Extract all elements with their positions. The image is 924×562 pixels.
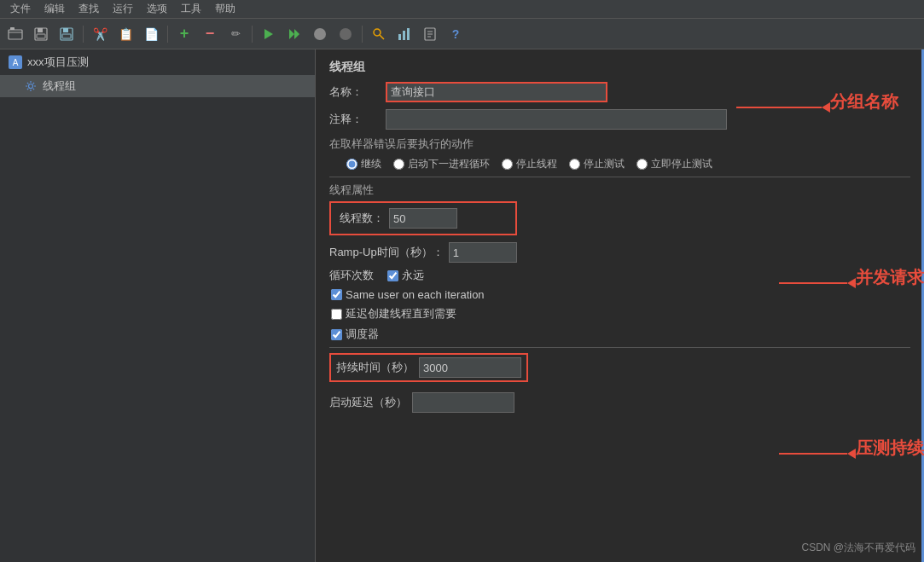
toolbar-chart[interactable] xyxy=(392,22,416,46)
toolbar-pause[interactable] xyxy=(308,22,332,46)
annotation-group-name: 分组名称 xyxy=(736,102,830,113)
same-user-text: Same user on each iteration xyxy=(346,288,485,301)
toolbar-save[interactable] xyxy=(29,22,53,46)
sidebar-project-label: xxx项目压测 xyxy=(27,55,89,70)
radio-stop-thread[interactable]: 停止线程 xyxy=(502,157,557,171)
scheduler-text: 调度器 xyxy=(346,327,379,342)
toolbar-run2[interactable] xyxy=(282,22,306,46)
toolbar-remove[interactable]: − xyxy=(198,22,222,46)
forever-checkbox-label[interactable]: 永远 xyxy=(387,268,424,283)
comment-label: 注释： xyxy=(329,112,381,127)
same-user-label[interactable]: Same user on each iteration xyxy=(331,288,485,301)
radio-next-loop[interactable]: 启动下一进程循环 xyxy=(393,157,490,171)
section-title: 线程组 xyxy=(329,60,910,75)
toolbar-save2[interactable] xyxy=(55,22,78,46)
svg-rect-6 xyxy=(63,28,68,32)
arrow-head-left-1 xyxy=(822,102,830,113)
radio-group: 继续 启动下一进程循环 停止线程 停止测试 立即停止测试 xyxy=(346,157,910,171)
comment-input[interactable] xyxy=(386,109,727,130)
svg-marker-9 xyxy=(289,29,294,39)
scheduler-row: 调度器 xyxy=(331,327,910,342)
toolbar: ✂️ 📋 📄 + − ✏ ? xyxy=(0,19,924,49)
ramp-label: Ramp-Up时间（秒）： xyxy=(329,245,444,260)
arrow-line-2 xyxy=(779,282,847,284)
radio-continue[interactable]: 继续 xyxy=(346,157,381,171)
sep-2 xyxy=(329,347,910,348)
annotation-duration-text: 压测持续时间 xyxy=(856,437,924,460)
svg-rect-17 xyxy=(407,28,410,40)
svg-point-12 xyxy=(340,28,352,40)
same-user-row: Same user on each iteration xyxy=(331,288,910,301)
toolbar-open[interactable] xyxy=(3,22,27,46)
svg-rect-0 xyxy=(9,30,22,39)
sidebar-project[interactable]: A xxx项目压测 xyxy=(0,49,315,75)
menu-tools[interactable]: 工具 xyxy=(174,0,208,18)
same-user-checkbox[interactable] xyxy=(331,289,342,300)
name-input[interactable] xyxy=(386,82,607,102)
menu-help[interactable]: 帮助 xyxy=(208,0,242,18)
delay-checkbox[interactable] xyxy=(331,309,342,320)
arrow-head-left-3 xyxy=(847,449,856,459)
svg-rect-3 xyxy=(38,28,43,32)
toolbar-notes[interactable] xyxy=(418,22,442,46)
sidebar-thread-group[interactable]: 线程组 xyxy=(0,75,315,97)
svg-rect-4 xyxy=(37,34,45,38)
sep-1 xyxy=(329,177,910,177)
duration-box: 持续时间（秒） xyxy=(329,353,528,382)
scheduler-checkbox[interactable] xyxy=(331,329,342,340)
gear-icon xyxy=(24,79,38,93)
ramp-row: Ramp-Up时间（秒）： xyxy=(329,242,910,263)
annotation-concurrent-text: 并发请求数量 xyxy=(856,266,924,289)
startup-label: 启动延迟（秒） xyxy=(329,395,407,410)
toolbar-sep-2 xyxy=(167,26,168,43)
forever-checkbox[interactable] xyxy=(387,270,398,281)
toolbar-run[interactable] xyxy=(257,22,281,46)
name-row: 名称： xyxy=(329,82,910,102)
arrow-line-1 xyxy=(736,107,822,108)
svg-rect-1 xyxy=(10,27,15,30)
toolbar-cut[interactable]: ✂️ xyxy=(88,22,112,46)
sidebar: A xxx项目压测 线程组 xyxy=(0,49,316,562)
watermark: CSDN @法海不再爱代码 xyxy=(801,541,915,555)
menu-edit[interactable]: 编辑 xyxy=(38,0,72,18)
thread-count-input[interactable] xyxy=(389,208,457,229)
svg-line-14 xyxy=(380,35,384,39)
menu-options[interactable]: 选项 xyxy=(140,0,174,18)
toolbar-copy[interactable]: 📋 xyxy=(113,22,137,46)
scheduler-label[interactable]: 调度器 xyxy=(331,327,379,342)
toolbar-paste[interactable]: 📄 xyxy=(139,22,163,46)
thread-count-row: 线程数： xyxy=(340,208,507,229)
toolbar-add[interactable]: + xyxy=(172,22,196,46)
thread-props-label: 线程属性 xyxy=(329,183,910,198)
svg-point-11 xyxy=(314,28,326,40)
annotation-group-name-text: 分组名称 xyxy=(830,90,898,113)
radio-stop-test[interactable]: 停止测试 xyxy=(569,157,625,171)
svg-point-13 xyxy=(374,29,381,36)
toolbar-stop[interactable] xyxy=(334,22,357,46)
project-icon: A xyxy=(9,55,22,69)
loop-label: 循环次数 xyxy=(329,268,381,283)
toolbar-sep-4 xyxy=(362,26,363,43)
menu-find[interactable]: 查找 xyxy=(72,0,106,18)
toolbar-edit[interactable]: ✏ xyxy=(224,22,247,46)
error-action-label: 在取样器错误后要执行的动作 xyxy=(329,136,910,152)
radio-stop-test-now[interactable]: 立即停止测试 xyxy=(636,157,712,171)
menu-file[interactable]: 文件 xyxy=(3,0,38,18)
svg-rect-15 xyxy=(398,34,401,40)
menu-run[interactable]: 运行 xyxy=(106,0,140,18)
delay-label[interactable]: 延迟创建线程直到需要 xyxy=(331,306,456,322)
svg-rect-16 xyxy=(403,31,405,40)
startup-input[interactable] xyxy=(412,392,514,413)
annotation-duration: 压测持续时间 xyxy=(779,449,856,459)
menu-bar: 文件 编辑 查找 运行 选项 工具 帮助 xyxy=(0,0,924,19)
sidebar-thread-group-label: 线程组 xyxy=(43,78,76,94)
forever-label: 永远 xyxy=(402,268,424,283)
duration-input[interactable] xyxy=(419,357,521,378)
ramp-input[interactable] xyxy=(449,242,517,263)
toolbar-help[interactable]: ? xyxy=(444,22,468,46)
svg-marker-8 xyxy=(264,29,273,39)
thread-props-box: 线程数： xyxy=(329,201,517,235)
thread-count-label: 线程数： xyxy=(340,211,384,226)
toolbar-search[interactable] xyxy=(367,22,391,46)
annotation-concurrent: 并发请求数量 xyxy=(779,278,856,288)
